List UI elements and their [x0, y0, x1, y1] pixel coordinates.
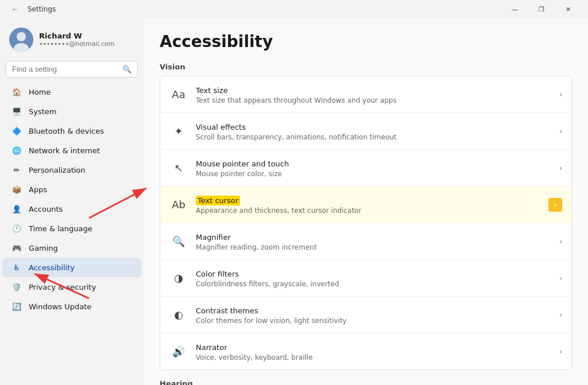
- sidebar-item-label: Windows Update: [29, 302, 91, 311]
- settings-list-vision: Aa Text size Text size that appears thro…: [160, 76, 572, 370]
- sidebar-item-label: Privacy & security: [29, 283, 96, 291]
- setting-desc: Scroll bars, transparency, animations, n…: [196, 133, 551, 141]
- setting-item-colorfilters[interactable]: ◑ Color filters Colorblindness filters, …: [160, 260, 571, 297]
- time-icon: 🕐: [11, 223, 22, 234]
- chevron-icon: ›: [559, 238, 562, 246]
- contrastthemes-icon: ◐: [169, 306, 188, 324]
- section-label-hearing: Hearing: [160, 379, 572, 385]
- magnifier-icon: 🔍: [169, 232, 188, 251]
- avatar: [9, 28, 33, 52]
- search-input[interactable]: [12, 65, 119, 73]
- setting-desc: Text size that appears throughout Window…: [196, 96, 551, 104]
- sidebar-item-label: Accounts: [29, 205, 63, 213]
- page-title: Accessibility: [160, 32, 572, 51]
- sidebar-item-home[interactable]: 🏠 Home: [2, 82, 141, 102]
- maximize-button[interactable]: ❐: [528, 0, 555, 18]
- sidebar-item-gaming[interactable]: 🎮 Gaming: [2, 238, 141, 258]
- setting-title: Contrast themes: [196, 306, 258, 315]
- back-button[interactable]: ←: [7, 1, 23, 17]
- setting-title: Visual effects: [196, 123, 246, 131]
- privacy-icon: 🛡️: [11, 282, 22, 292]
- svg-point-1: [17, 32, 26, 41]
- setting-desc: Colorblindness filters, grayscale, inver…: [196, 280, 551, 288]
- chevron-highlighted-icon: ›: [548, 198, 562, 212]
- setting-text-visualeffects: Visual effects Scroll bars, transparency…: [196, 121, 551, 141]
- sidebar-item-time[interactable]: 🕐 Time & language: [2, 219, 141, 238]
- setting-title: Text cursor: [196, 196, 240, 205]
- setting-title: Color filters: [196, 270, 239, 278]
- apps-icon: 📦: [11, 184, 22, 195]
- accessibility-icon: ♿: [11, 262, 22, 273]
- setting-item-magnifier[interactable]: 🔍 Magnifier Magnifier reading, zoom incr…: [160, 223, 571, 260]
- setting-item-contrastthemes[interactable]: ◐ Contrast themes Color themes for low v…: [160, 297, 571, 333]
- user-info: Richard W ••••••••@hotmail.com: [39, 32, 114, 48]
- setting-item-narrator[interactable]: 🔊 Narrator Voice, verbosity, keyboard, b…: [160, 333, 571, 370]
- sidebar-item-label: Home: [29, 88, 51, 96]
- setting-item-mousepointer[interactable]: ↖ Mouse pointer and touch Mouse pointer …: [160, 150, 571, 186]
- sidebar-item-network[interactable]: 🌐 Network & internet: [2, 141, 141, 160]
- setting-text-textsize: Text size Text size that appears through…: [196, 84, 551, 104]
- sidebar-item-label: Personalization: [29, 166, 86, 174]
- sidebar-item-windowsupdate[interactable]: 🔄 Windows Update: [2, 297, 141, 316]
- user-name: Richard W: [39, 32, 114, 40]
- nav-menu: 🏠 Home 🖥️ System 🔷 Bluetooth & devices 🌐…: [0, 82, 144, 316]
- textcursor-icon: Ab: [169, 196, 188, 214]
- sidebar-item-apps[interactable]: 📦 Apps: [2, 180, 141, 199]
- sidebar-item-label: Network & internet: [29, 146, 100, 155]
- setting-title: Mouse pointer and touch: [196, 160, 289, 168]
- setting-text-narrator: Narrator Voice, verbosity, keyboard, bra…: [196, 341, 551, 361]
- sidebar-item-label: Accessibility: [29, 263, 75, 272]
- user-email: ••••••••@hotmail.com: [39, 40, 114, 48]
- chevron-icon: ›: [559, 127, 562, 135]
- sidebar-item-accounts[interactable]: 👤 Accounts: [2, 199, 141, 219]
- user-section[interactable]: Richard W ••••••••@hotmail.com: [0, 18, 144, 59]
- sidebar-item-bluetooth[interactable]: 🔷 Bluetooth & devices: [2, 121, 141, 141]
- window-controls: — ❐ ✕: [502, 0, 581, 18]
- chevron-icon: ›: [559, 348, 562, 356]
- title-bar: ← Settings — ❐ ✕: [0, 0, 588, 18]
- setting-text-magnifier: Magnifier Magnifier reading, zoom increm…: [196, 231, 551, 251]
- gaming-icon: 🎮: [11, 243, 22, 253]
- main-content: AccessibilityVision Aa Text size Text si…: [144, 18, 588, 385]
- sidebar-item-label: Apps: [29, 185, 47, 194]
- window-title: Settings: [28, 5, 56, 13]
- setting-desc: Mouse pointer color, size: [196, 170, 551, 178]
- system-icon: 🖥️: [11, 106, 22, 116]
- accounts-icon: 👤: [11, 204, 22, 214]
- setting-desc: Magnifier reading, zoom increment: [196, 243, 551, 251]
- sidebar-item-label: Time & language: [29, 224, 92, 233]
- sidebar-item-privacy[interactable]: 🛡️ Privacy & security: [2, 277, 141, 297]
- sidebar-item-label: Bluetooth & devices: [29, 127, 104, 135]
- visualeffects-icon: ✦: [169, 122, 188, 141]
- network-icon: 🌐: [11, 145, 22, 155]
- setting-text-textcursor: Text cursor Appearance and thickness, te…: [196, 195, 540, 215]
- mousepointer-icon: ↖: [169, 159, 188, 177]
- setting-title: Magnifier: [196, 233, 231, 242]
- setting-item-visualeffects[interactable]: ✦ Visual effects Scroll bars, transparen…: [160, 113, 571, 150]
- sidebar-item-label: System: [29, 107, 56, 116]
- setting-item-textsize[interactable]: Aa Text size Text size that appears thro…: [160, 76, 571, 113]
- setting-text-colorfilters: Color filters Colorblindness filters, gr…: [196, 268, 551, 288]
- home-icon: 🏠: [11, 87, 22, 97]
- sidebar-item-system[interactable]: 🖥️ System: [2, 102, 141, 121]
- chevron-icon: ›: [559, 164, 562, 172]
- section-label-vision: Vision: [160, 63, 572, 71]
- personalization-icon: ✏️: [11, 165, 22, 175]
- setting-desc: Appearance and thickness, text cursor in…: [196, 207, 540, 215]
- chevron-icon: ›: [559, 91, 562, 99]
- sidebar-item-accessibility[interactable]: ♿ Accessibility: [2, 258, 141, 277]
- sidebar-item-personalization[interactable]: ✏️ Personalization: [2, 160, 141, 180]
- setting-text-contrastthemes: Contrast themes Color themes for low vis…: [196, 305, 551, 325]
- narrator-icon: 🔊: [169, 343, 188, 361]
- textsize-icon: Aa: [169, 85, 188, 104]
- close-button[interactable]: ✕: [555, 0, 581, 18]
- search-icon: 🔍: [122, 65, 131, 73]
- bluetooth-icon: 🔷: [11, 126, 22, 136]
- colorfilters-icon: ◑: [169, 269, 188, 287]
- setting-item-textcursor[interactable]: Ab Text cursor Appearance and thickness,…: [160, 186, 571, 223]
- setting-title: Text size: [196, 86, 228, 95]
- minimize-button[interactable]: —: [502, 0, 528, 18]
- setting-text-mousepointer: Mouse pointer and touch Mouse pointer co…: [196, 158, 551, 178]
- search-box[interactable]: 🔍: [6, 61, 138, 77]
- sidebar: Richard W ••••••••@hotmail.com 🔍 🏠 Home …: [0, 18, 144, 385]
